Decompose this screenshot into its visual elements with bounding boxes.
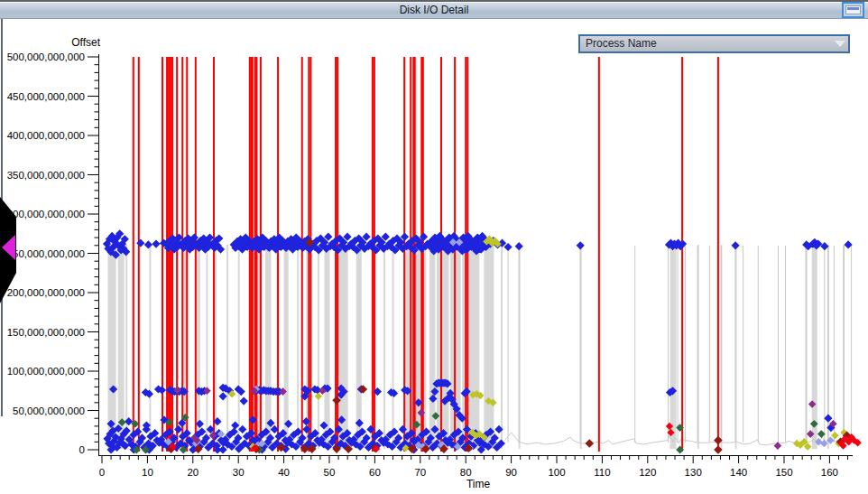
svg-text:160: 160 [821,467,838,478]
chevron-down-icon [835,41,845,47]
svg-text:140: 140 [730,467,747,478]
svg-text:110: 110 [594,467,610,478]
svg-text:50: 50 [324,467,336,478]
disk-io-detail-window: Disk I/O Detail 050,000,000,000100,000,0… [0,0,868,494]
io-duration-bars [108,245,845,449]
svg-text:350,000,000,000: 350,000,000,000 [7,170,85,181]
plot-area [103,57,862,454]
svg-text:60: 60 [369,467,381,478]
disk-io-scatter-chart[interactable]: 050,000,000,000100,000,000,000150,000,00… [0,0,868,494]
svg-text:150,000,000,000: 150,000,000,000 [7,327,85,338]
svg-text:90: 90 [505,467,517,478]
svg-text:0: 0 [79,444,85,455]
svg-text:500,000,000,000: 500,000,000,000 [7,51,85,62]
svg-text:100,000,000,000: 100,000,000,000 [7,366,85,377]
svg-text:0: 0 [99,467,105,478]
svg-text:200,000,000,000: 200,000,000,000 [7,287,85,298]
svg-text:250,000,000,000: 250,000,000,000 [7,248,85,259]
process-name-dropdown-value: Process Name [586,37,657,50]
svg-text:100: 100 [548,467,565,478]
gray-connector-lines [508,246,852,443]
svg-text:20: 20 [187,467,199,478]
svg-text:400,000,000,000: 400,000,000,000 [7,130,85,141]
svg-text:40: 40 [278,467,290,478]
svg-text:300,000,000,000: 300,000,000,000 [7,209,85,219]
y-axis-title: Offset [0,36,100,49]
svg-text:80: 80 [460,467,472,478]
x-axis-title: Time [433,478,523,490]
olive-data-points [228,236,848,452]
svg-text:450,000,000,000: 450,000,000,000 [7,91,85,102]
svg-text:120: 120 [639,467,656,478]
svg-text:30: 30 [233,467,245,478]
svg-text:130: 130 [685,467,702,478]
svg-text:50,000,000,000: 50,000,000,000 [13,405,85,416]
svg-text:150: 150 [775,467,792,478]
svg-text:70: 70 [414,467,426,478]
svg-text:10: 10 [142,467,153,478]
process-name-dropdown[interactable]: Process Name [578,34,850,53]
lavender-data-points [164,238,834,452]
